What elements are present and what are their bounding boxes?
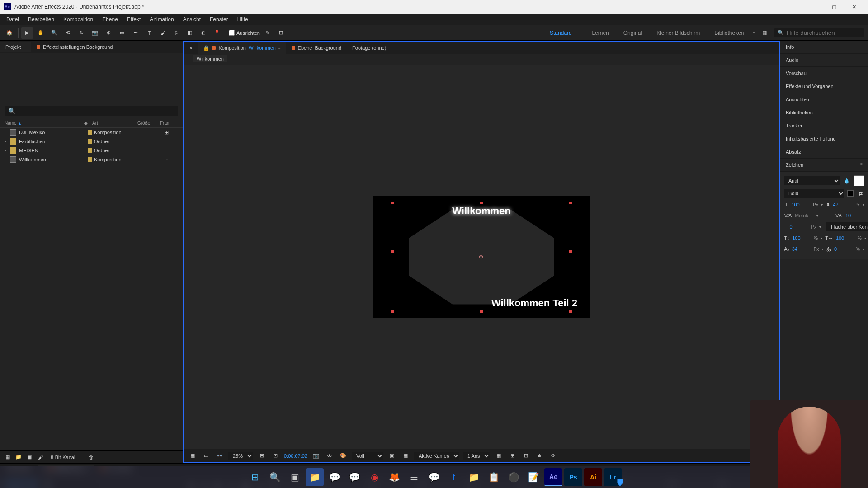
taskbar-obs-icon[interactable]: ⚫ <box>505 468 523 486</box>
project-item[interactable]: DJI_Mexiko Komposition ⊞ <box>0 128 183 137</box>
stroke-color-swatch[interactable] <box>847 190 854 197</box>
taskbar-files-icon[interactable]: 📁 <box>465 468 483 486</box>
taskbar-aftereffects-icon[interactable]: Ae <box>544 468 562 486</box>
home-button[interactable]: 🏠 <box>4 27 15 39</box>
project-search-input[interactable] <box>5 106 178 116</box>
hand-tool[interactable]: ✋ <box>35 27 47 39</box>
project-item[interactable]: ▸ Farbflächen Ordner <box>0 137 183 146</box>
tab-footage[interactable]: Footage (ohne) <box>347 42 392 53</box>
workspace-overflow-icon[interactable]: » <box>753 31 755 35</box>
workspace-standard[interactable]: Standard <box>544 29 577 37</box>
roi-icon[interactable]: ▣ <box>387 451 397 461</box>
swap-colors-icon[interactable]: ⇄ <box>856 189 864 197</box>
vf-icon-4[interactable]: ⋔ <box>534 451 544 461</box>
viewer-time[interactable]: 0:00:07:02 <box>284 453 307 459</box>
alpha-icon[interactable]: ▦ <box>188 451 198 461</box>
taskbar-facebook-icon[interactable]: f <box>445 468 463 486</box>
menu-fenster[interactable]: Fenster <box>205 14 233 24</box>
menu-animation[interactable]: Animation <box>145 14 178 24</box>
selection-tool[interactable]: ▶ <box>21 27 33 39</box>
workspace-lernen[interactable]: Lernen <box>586 29 614 37</box>
tracking-input[interactable] <box>845 213 864 218</box>
orbit-tool[interactable]: ⟲ <box>62 27 74 39</box>
vscale-input[interactable] <box>792 235 811 241</box>
selection-handle[interactable] <box>480 310 483 313</box>
brush-tool[interactable]: 🖌 <box>157 27 169 39</box>
channel-icon[interactable]: ▭ <box>201 451 211 461</box>
tab-effect-controls[interactable]: Effekteinstellungen Background <box>31 42 118 52</box>
resolution-select[interactable]: Voll <box>352 452 383 460</box>
baseline-input[interactable] <box>792 246 811 252</box>
pen-tool[interactable]: ✒ <box>130 27 142 39</box>
guide-icon[interactable]: ⊡ <box>270 451 280 461</box>
snap-opt-2[interactable]: ⊡ <box>275 27 287 39</box>
font-family-select[interactable]: Arial <box>784 176 840 185</box>
zoom-tool[interactable]: 🔍 <box>48 27 60 39</box>
maximize-button[interactable]: ▢ <box>824 0 844 14</box>
eraser-tool[interactable]: ◧ <box>184 27 196 39</box>
help-search-input[interactable] <box>787 29 854 36</box>
menu-hilfe[interactable]: Hilfe <box>233 14 253 24</box>
section-effects[interactable]: Effekte und Vorgaben <box>780 80 868 93</box>
taskbar-app-icon[interactable]: ☰ <box>405 468 423 486</box>
selection-handle[interactable] <box>480 202 483 204</box>
section-info[interactable]: Info <box>780 41 868 54</box>
taskbar-app-icon[interactable]: 📋 <box>485 468 503 486</box>
grid-icon[interactable]: ⊞ <box>257 451 267 461</box>
camera-tool[interactable]: 📷 <box>89 27 101 39</box>
selection-handle[interactable] <box>569 202 572 204</box>
taskbar-firefox-icon[interactable]: 🦊 <box>385 468 403 486</box>
taskbar-messenger-icon[interactable]: 💬 <box>425 468 443 486</box>
breadcrumb[interactable]: Willkommen <box>193 55 227 62</box>
font-size-input[interactable] <box>791 202 810 207</box>
taskbar-search-icon[interactable]: 🔍 <box>266 468 284 486</box>
workspace-menu-icon[interactable]: ≡ <box>581 31 583 35</box>
selection-handle[interactable] <box>391 250 394 253</box>
tab-layer[interactable]: Ebene Background <box>286 42 347 53</box>
leading-input[interactable] <box>833 202 852 207</box>
views-select[interactable]: 1 Ansi... <box>463 452 490 460</box>
rotate-tool[interactable]: ↻ <box>75 27 87 39</box>
hscale-input[interactable] <box>836 235 855 241</box>
menu-datei[interactable]: Datei <box>2 14 24 24</box>
taskbar-photoshop-icon[interactable]: Ps <box>564 468 582 486</box>
menu-ansicht[interactable]: Ansicht <box>179 14 205 24</box>
text-tool[interactable]: T <box>143 27 155 39</box>
snapping-checkbox[interactable] <box>229 30 235 36</box>
selection-handle[interactable] <box>391 310 394 313</box>
taskbar-explorer-icon[interactable]: 📁 <box>306 468 324 486</box>
color-mgmt-icon[interactable]: 🎨 <box>338 451 348 461</box>
stroke-width-input[interactable] <box>789 224 808 230</box>
font-style-select[interactable]: Bold <box>784 189 844 198</box>
section-audio[interactable]: Audio <box>780 54 868 67</box>
project-item[interactable]: Willkommen Komposition ⋮ <box>0 155 183 164</box>
eyedropper-icon[interactable]: 💧 <box>843 177 851 185</box>
selection-handle[interactable] <box>569 310 572 313</box>
interpret-icon[interactable]: ▦ <box>4 453 12 461</box>
fill-color-swatch[interactable] <box>854 175 864 186</box>
menu-bearbeiten[interactable]: Bearbeiten <box>24 14 59 24</box>
adjust-icon[interactable]: 🖌 <box>36 453 44 461</box>
mask-icon[interactable]: 👓 <box>215 451 225 461</box>
roto-tool[interactable]: ◐ <box>198 27 209 39</box>
menu-komposition[interactable]: Komposition <box>59 14 98 24</box>
taskbar-notes-icon[interactable]: 📝 <box>524 468 542 486</box>
tsume-input[interactable] <box>834 246 853 252</box>
zoom-select[interactable]: 25% <box>228 452 253 460</box>
taskbar-illustrator-icon[interactable]: Ai <box>584 468 602 486</box>
section-vorschau[interactable]: Vorschau <box>780 67 868 80</box>
taskbar-whatsapp-icon[interactable]: 💬 <box>345 468 363 486</box>
timeline-playhead[interactable] <box>620 475 620 488</box>
vf-icon-5[interactable]: ⟳ <box>548 451 558 461</box>
camera-select[interactable]: Aktive Kamera <box>414 452 459 460</box>
taskbar-app-icon[interactable]: 💬 <box>326 468 344 486</box>
section-paragraph[interactable]: Absatz <box>780 145 868 159</box>
section-libraries[interactable]: Bibliotheken <box>780 106 868 119</box>
puppet-tool[interactable]: 📍 <box>211 27 223 39</box>
selection-handle[interactable] <box>391 202 394 204</box>
workspace-bibliotheken[interactable]: Bibliotheken <box>709 29 749 37</box>
section-align[interactable]: Ausrichten <box>780 93 868 106</box>
vf-icon-1[interactable]: ▦ <box>494 451 504 461</box>
composition-preview[interactable]: Willkommen Willkommen Teil 2 ⊕ <box>373 196 590 318</box>
transparency-icon[interactable]: ▦ <box>401 451 410 461</box>
